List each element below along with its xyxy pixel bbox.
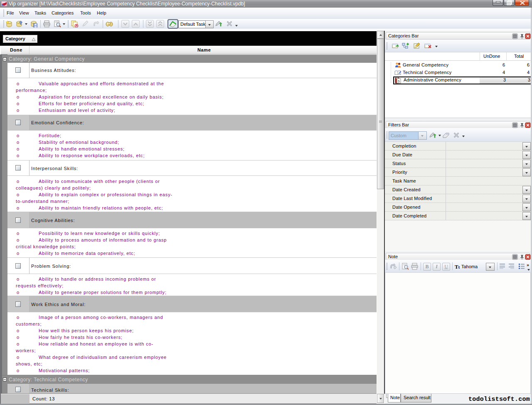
svg-text:5: 5 — [398, 79, 400, 83]
